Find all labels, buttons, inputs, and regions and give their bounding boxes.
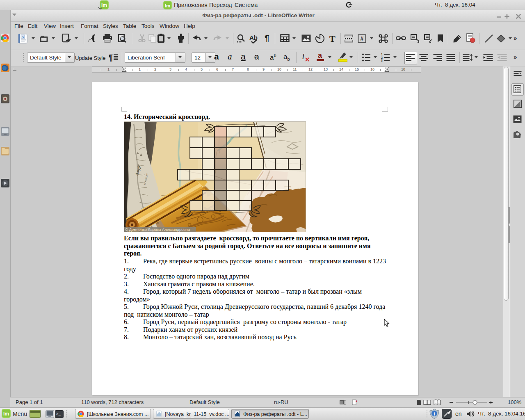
svg-text:© Демченко Лариса Александровн: © Демченко Лариса Александровна bbox=[125, 228, 190, 232]
svg-text:A: A bbox=[22, 35, 24, 39]
svg-text:¶: ¶ bbox=[109, 53, 113, 62]
svg-text:lm: lm bbox=[165, 3, 170, 8]
svg-text:lm: lm bbox=[3, 411, 9, 417]
svg-text:2: 2 bbox=[381, 56, 383, 59]
svg-text:#: # bbox=[361, 35, 364, 42]
svg-text:3: 3 bbox=[381, 59, 383, 62]
svg-text:lm: lm bbox=[101, 2, 107, 8]
svg-text:>_: >_ bbox=[56, 412, 61, 416]
svg-text:*: * bbox=[356, 400, 357, 404]
svg-text:1: 1 bbox=[381, 53, 383, 56]
